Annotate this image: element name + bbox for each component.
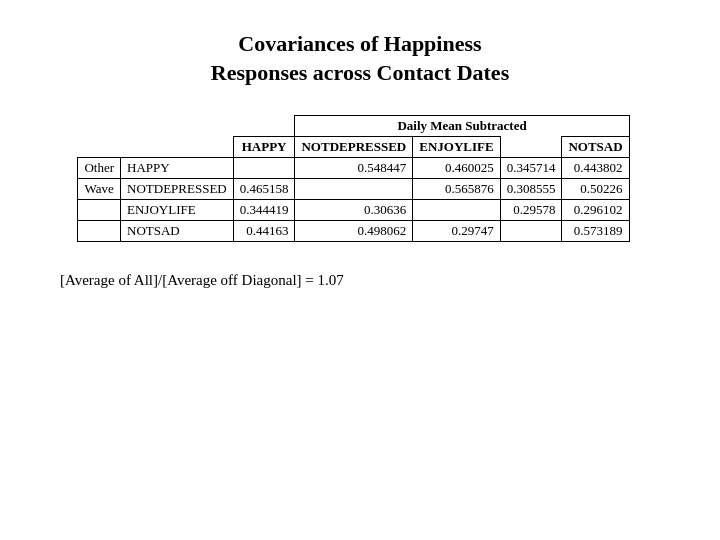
cell-notsad-enjoylife: 0.29747 [413, 221, 500, 242]
cell-happy-enjoylife: 0.460025 [413, 158, 500, 179]
page-title: Covariances of Happiness Responses acros… [211, 30, 509, 87]
col-happy: HAPPY [233, 137, 295, 158]
group-wave: Wave [78, 179, 121, 200]
table-row: ENJOYLIFE 0.344419 0.30636 0.29578 0.296… [78, 200, 642, 221]
cell-enjoylife-enjoylife [413, 200, 500, 221]
table-container: Daily Mean Subtracted HAPPY NOTDEPRESSED… [20, 115, 700, 242]
var-notdepressed: NOTDEPRESSED [121, 179, 234, 200]
var-notsad: NOTSAD [121, 221, 234, 242]
daily-mean-header: Daily Mean Subtracted [295, 116, 629, 137]
var-enjoylife: ENJOYLIFE [121, 200, 234, 221]
cell-notsad-happy: 0.44163 [233, 221, 295, 242]
col-notsad: NOTSAD [562, 137, 629, 158]
cell-notsad-2 [500, 221, 562, 242]
cell-enjoylife-happy: 0.344419 [233, 200, 295, 221]
table-row: Wave NOTDEPRESSED 0.465158 0.565876 0.30… [78, 179, 642, 200]
cell-notdepressed-enjoylife: 0.565876 [413, 179, 500, 200]
cell-happy-notsad: 0.443802 [562, 158, 629, 179]
var-happy: HAPPY [121, 158, 234, 179]
cell-notdepressed-2: 0.308555 [500, 179, 562, 200]
cell-happy-happy [233, 158, 295, 179]
col-enjoylife: ENJOYLIFE [413, 137, 500, 158]
footer-text: [Average of All]/[Average off Diagonal] … [60, 272, 344, 289]
col-notdepressed: NOTDEPRESSED [295, 137, 413, 158]
group-empty-1 [78, 200, 121, 221]
covariance-table: Daily Mean Subtracted HAPPY NOTDEPRESSED… [77, 115, 642, 242]
cell-notdepressed-happy: 0.465158 [233, 179, 295, 200]
group-other: Other [78, 158, 121, 179]
cell-enjoylife-2: 0.29578 [500, 200, 562, 221]
cell-happy-enjoylife2: 0.345714 [500, 158, 562, 179]
cell-notsad-notdepressed: 0.498062 [295, 221, 413, 242]
table-row: NOTSAD 0.44163 0.498062 0.29747 0.573189 [78, 221, 642, 242]
cell-enjoylife-notsad: 0.296102 [562, 200, 629, 221]
cell-enjoylife-notdepressed: 0.30636 [295, 200, 413, 221]
cell-notdepressed-notdepressed [295, 179, 413, 200]
cell-notdepressed-notsad: 0.50226 [562, 179, 629, 200]
cell-happy-notdepressed: 0.548447 [295, 158, 413, 179]
group-empty-2 [78, 221, 121, 242]
cell-notsad-notsad: 0.573189 [562, 221, 629, 242]
header-row-1: Daily Mean Subtracted [78, 116, 642, 137]
header-row-2: HAPPY NOTDEPRESSED ENJOYLIFE NOTSAD [78, 137, 642, 158]
table-row: Other HAPPY 0.548447 0.460025 0.345714 0… [78, 158, 642, 179]
